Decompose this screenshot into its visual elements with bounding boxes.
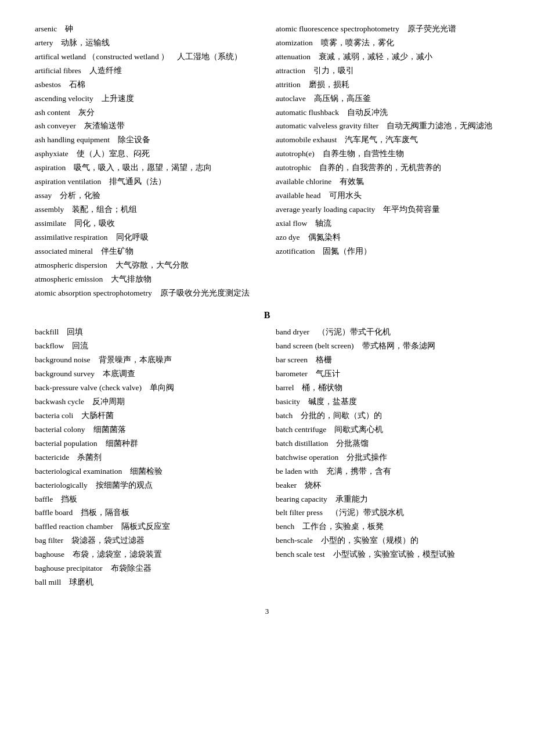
entry-en: assimilate xyxy=(35,219,66,228)
entry-cn: 按细菌学的观点 xyxy=(88,481,153,489)
entry: artery 动脉，运输线 xyxy=(35,37,258,49)
entry-cn: 小型试验，实验室试验，模型试验 xyxy=(325,550,455,559)
entry: barometer 气压计 xyxy=(276,368,499,380)
entry-cn: 桶，桶状物 xyxy=(294,383,342,392)
entry-en: aspiration xyxy=(35,163,66,172)
entry: autotrophic 自养的，自我营养的，无机营养的 xyxy=(276,162,499,174)
entry-cn: 偶氮染料 xyxy=(300,233,341,242)
entry-cn: 小型的，实验室（规模）的 xyxy=(313,536,418,545)
entry-en: bar screen xyxy=(276,355,308,364)
entry-en: asbestos xyxy=(35,80,61,89)
left-col-b: backfill 回填backflow 回流background noise 背… xyxy=(35,326,258,589)
entry-cn: 原子吸收分光光度测定法 xyxy=(152,289,250,297)
entry-en: ascending velocity xyxy=(35,94,93,103)
entry-en: automatic flushback xyxy=(276,108,339,117)
entry-en: atomization xyxy=(276,38,313,47)
right-col-b: band dryer （污泥）带式干化机band screen (belt sc… xyxy=(276,326,499,589)
entry-en: atmospheric emission xyxy=(35,275,103,283)
entry-cn: 带式格网，带条滤网 xyxy=(354,341,435,350)
entry-cn: 本底调查 xyxy=(95,369,135,378)
entry: attrition 磨损，损耗 xyxy=(276,79,499,91)
entry-en: bacteria coli xyxy=(35,411,73,420)
page-number: 3 xyxy=(35,607,499,616)
entry-cn: 格栅 xyxy=(308,355,332,364)
entry: beaker 烧杯 xyxy=(276,480,499,492)
entry: automatic flushback 自动反冲洗 xyxy=(276,107,499,119)
entry-en: azo dye xyxy=(276,233,300,242)
entry-cn: 充满，携带，含有 xyxy=(318,467,391,476)
entry-en: aspiration ventilation xyxy=(35,177,101,186)
entry-cn: （污泥）带式干化机 xyxy=(309,327,391,336)
entry-cn: 石棉 xyxy=(61,80,85,89)
entry-en: azotification xyxy=(276,247,315,255)
entry-cn: 伴生矿物 xyxy=(93,247,134,255)
entry: bacteria coli 大肠杆菌 xyxy=(35,410,258,422)
entry-cn: 大气弥散，大气分散 xyxy=(107,261,189,269)
entry-en: beaker xyxy=(276,481,297,489)
entry: axial flow 轴流 xyxy=(276,218,499,230)
entry: ash conveyer 灰渣输送带 xyxy=(35,120,258,132)
entry-cn: 分批式操作 xyxy=(338,453,387,462)
entry-cn: 分析，化验 xyxy=(52,191,100,200)
entry-cn: 承重能力 xyxy=(327,495,368,503)
entry: bench-scale 小型的，实验室（规模）的 xyxy=(276,535,499,547)
entry-cn: 轴流 xyxy=(307,219,331,228)
entry: attenuation 衰减，减弱，减轻，减少，减小 xyxy=(276,51,499,63)
entry: automobile exhaust 汽车尾气，汽车废气 xyxy=(276,134,499,146)
entry: band screen (belt screen) 带式格网，带条滤网 xyxy=(276,340,499,352)
entry-en: associated mineral xyxy=(35,247,93,255)
entry: bacteriological examination 细菌检验 xyxy=(35,466,258,478)
entry-cn: 细菌菌落 xyxy=(85,425,126,434)
entry-cn: 烧杯 xyxy=(297,481,321,489)
entry-cn: 细菌种群 xyxy=(98,439,138,448)
entry-cn: 原子荧光光谱 xyxy=(399,24,456,33)
entry-cn: 固氮（作用） xyxy=(315,247,371,255)
entry-cn: 吸气，吸入，吸出，愿望，渴望，志向 xyxy=(66,163,212,172)
entry-en: artery xyxy=(35,38,53,47)
entry-cn: 汽车尾气，汽车废气 xyxy=(337,135,418,144)
entry: basicity 碱度，盐基度 xyxy=(276,396,499,408)
entry-en: basicity xyxy=(276,397,300,406)
entry-cn: 可用水头 xyxy=(321,191,362,200)
entry-cn: 回流 xyxy=(64,341,88,350)
entry-en: batch centrifuge xyxy=(276,425,326,434)
entry-cn: 有效氯 xyxy=(331,177,364,186)
entry: ball mill 球磨机 xyxy=(35,577,258,589)
entry-cn: 自动无阀重力滤池，无阀滤池 xyxy=(378,121,492,130)
entry-cn: 磨损，损耗 xyxy=(301,80,349,89)
entry: belt filter press （污泥）带式脱水机 xyxy=(276,507,499,519)
entry-cn: 反冲周期 xyxy=(84,397,125,406)
entry: back-pressure valve (check valve) 单向阀 xyxy=(35,382,258,394)
entry-cn: 袋滤器，袋式过滤器 xyxy=(63,536,145,545)
entry-cn: 分批的，间歇（式）的 xyxy=(293,411,382,420)
entry: artificial fibres 人造纤维 xyxy=(35,65,258,77)
entry-en: arsenic xyxy=(35,24,57,33)
entry-cn: 挡板，隔音板 xyxy=(73,508,129,517)
right-col-a: atomic fluorescence spectrophotometry 原子… xyxy=(276,23,499,300)
entry: aspiration 吸气，吸入，吸出，愿望，渴望，志向 xyxy=(35,162,258,174)
entry-cn: 布袋，滤袋室，滤袋装置 xyxy=(64,550,162,559)
entry: average yearly loading capacity 年平均负荷容量 xyxy=(276,204,499,216)
entry-en: bacteriological examination xyxy=(35,467,122,476)
entry-en: backfill xyxy=(35,327,59,336)
entry: barrel 桶，桶状物 xyxy=(276,382,499,394)
entry: bacterial population 细菌种群 xyxy=(35,438,258,450)
entry-cn: 隔板式反应室 xyxy=(113,522,170,531)
entry-en: batch distillation xyxy=(276,439,328,448)
entry: batchwise operation 分批式操作 xyxy=(276,452,499,464)
entry-en: assimilative respiration xyxy=(35,233,108,242)
entry-en: atmospheric dispersion xyxy=(35,261,107,269)
entry: assimilative respiration 同化呼吸 xyxy=(35,232,258,244)
entry-en: ash handling equipment xyxy=(35,135,110,144)
entry: bag filter 袋滤器，袋式过滤器 xyxy=(35,535,258,547)
entry-en: bacterial population xyxy=(35,439,98,448)
entry-cn: 细菌检验 xyxy=(122,467,163,476)
entry-en: axial flow xyxy=(276,219,307,228)
entry: bench scale test 小型试验，实验室试验，模型试验 xyxy=(276,549,499,561)
entry-en: asphyxiate xyxy=(35,149,68,158)
entry-en: assembly xyxy=(35,205,64,214)
entry: batch distillation 分批蒸馏 xyxy=(276,438,499,450)
entry-en: background noise xyxy=(35,355,91,364)
entry: backwash cycle 反冲周期 xyxy=(35,396,258,408)
entry-en: autotroph(e) xyxy=(276,149,315,158)
